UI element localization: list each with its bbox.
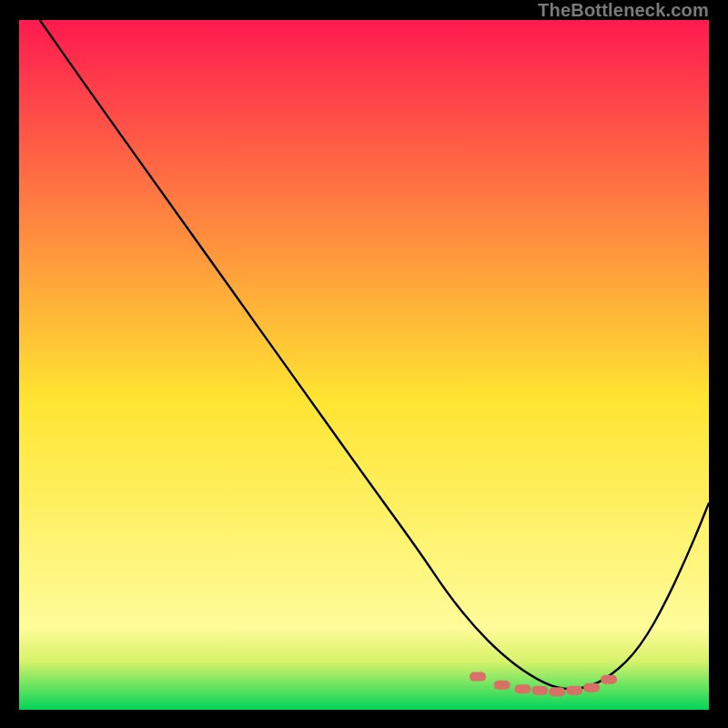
chart-frame bbox=[19, 20, 709, 710]
optimal-marker bbox=[514, 684, 531, 693]
optimal-marker bbox=[583, 683, 600, 693]
optimal-marker bbox=[494, 681, 511, 690]
optimal-marker bbox=[601, 675, 617, 684]
optimal-marker bbox=[566, 686, 582, 695]
watermark-text: TheBottleneck.com bbox=[538, 0, 709, 21]
optimal-marker bbox=[549, 687, 565, 696]
optimal-marker bbox=[531, 686, 548, 695]
gradient-background bbox=[19, 20, 709, 710]
optimal-marker bbox=[470, 672, 486, 682]
bottleneck-chart bbox=[19, 20, 709, 710]
